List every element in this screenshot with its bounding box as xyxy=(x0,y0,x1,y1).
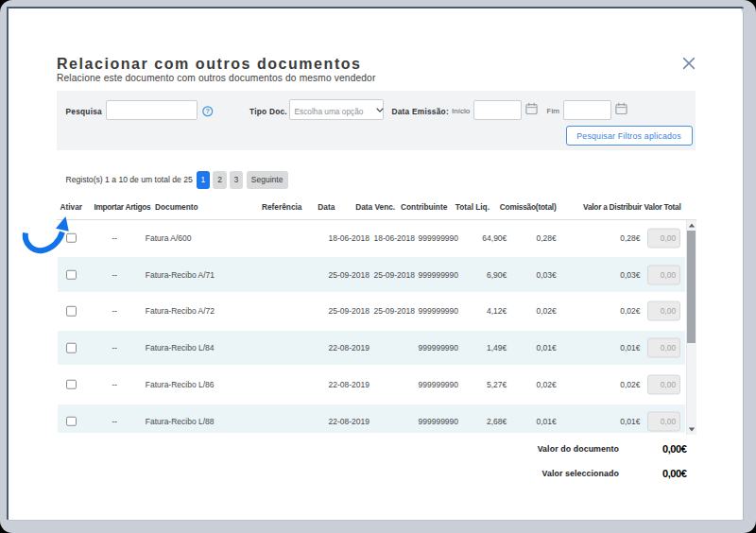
svg-text:?: ? xyxy=(206,107,210,115)
